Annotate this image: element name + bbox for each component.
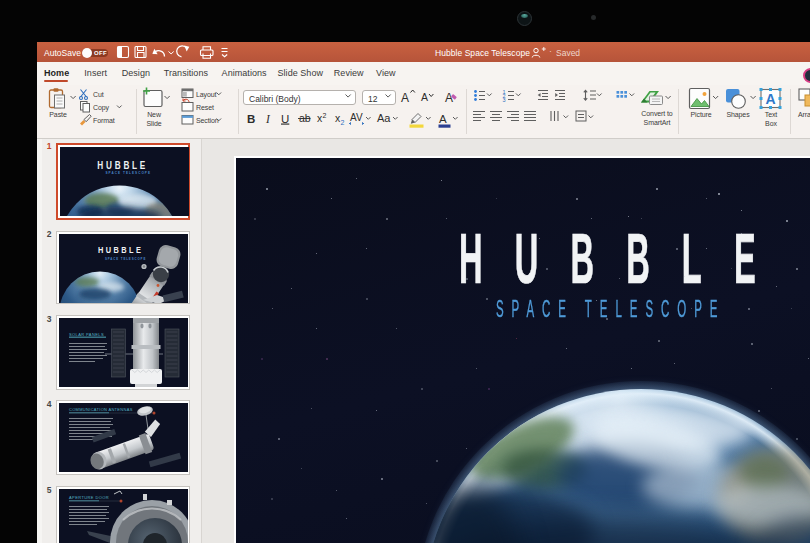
- svg-text:U: U: [281, 113, 289, 125]
- svg-text:ab: ab: [299, 112, 311, 124]
- svg-text:A: A: [766, 91, 776, 107]
- svg-text:3: 3: [503, 97, 506, 103]
- svg-text:Aa: Aa: [377, 112, 391, 124]
- svg-text:HUBBLE: HUBBLE: [97, 245, 142, 255]
- svg-text:AV: AV: [350, 112, 363, 123]
- svg-text:APERTURE DOOR: APERTURE DOOR: [69, 495, 109, 500]
- svg-text:A: A: [445, 91, 453, 105]
- svg-text:I: I: [265, 113, 271, 125]
- svg-text:COMMUNICATION ANTENNAS: COMMUNICATION ANTENNAS: [69, 407, 133, 412]
- svg-text:A: A: [401, 91, 409, 105]
- svg-text:2: 2: [341, 119, 345, 126]
- svg-text:2: 2: [323, 112, 327, 119]
- svg-text:A: A: [439, 113, 447, 125]
- svg-text:B: B: [247, 113, 255, 125]
- svg-text:A: A: [421, 91, 428, 103]
- svg-text:SPACE TELESCOPE: SPACE TELESCOPE: [104, 257, 145, 261]
- svg-text:SOLAR PANELS: SOLAR PANELS: [69, 331, 104, 336]
- svg-text:SPACE TELESCOPE: SPACE TELESCOPE: [105, 170, 151, 174]
